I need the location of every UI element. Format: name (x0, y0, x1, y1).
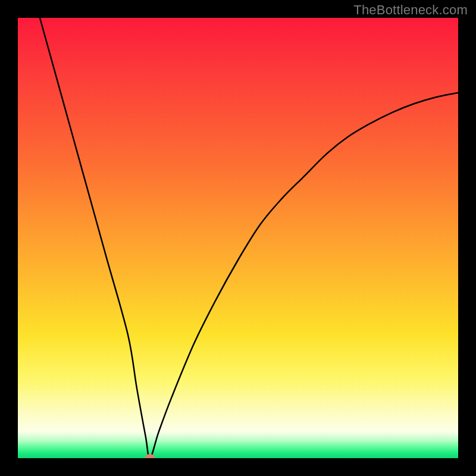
optimum-marker (145, 454, 155, 458)
bottleneck-curve-path (40, 18, 458, 458)
plot-area (18, 18, 458, 458)
bottleneck-curve (18, 18, 458, 458)
watermark-text: TheBottleneck.com (353, 2, 468, 18)
chart-frame: TheBottleneck.com (0, 0, 476, 476)
